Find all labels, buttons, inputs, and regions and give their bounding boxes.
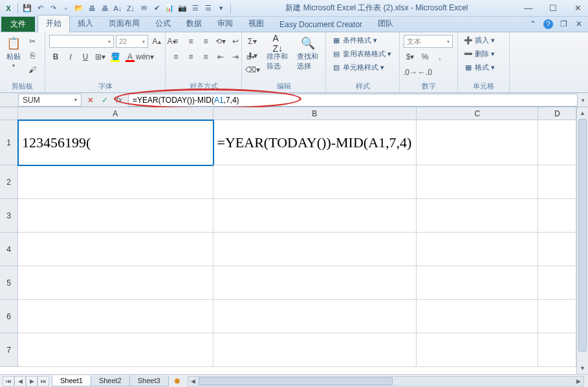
increase-decimal-icon[interactable]: .0→ — [404, 66, 417, 79]
conditional-format-button[interactable]: ▦条件格式▾ — [330, 35, 379, 46]
row-header-4[interactable]: 4 — [0, 233, 18, 266]
cell-styles-button[interactable]: ▨单元格样式▾ — [330, 62, 386, 73]
row-header-3[interactable]: 3 — [0, 199, 18, 233]
orientation-icon[interactable]: ⟲▾ — [214, 35, 227, 48]
excel-icon[interactable]: X — [3, 3, 14, 14]
cell-D3[interactable] — [538, 199, 576, 233]
increase-font-icon[interactable]: A▴ — [150, 35, 163, 48]
italic-button[interactable]: I — [64, 50, 77, 63]
scroll-right-icon[interactable]: ▶ — [573, 377, 583, 386]
row-header-6[interactable]: 6 — [0, 300, 18, 333]
sheet-nav-next-icon[interactable]: ▶ — [26, 376, 38, 386]
scroll-down-icon[interactable]: ▼ — [577, 362, 588, 374]
format-cells-button[interactable]: ▦格式▾ — [462, 62, 497, 73]
cell-A7[interactable] — [18, 333, 213, 367]
cell-B4[interactable] — [213, 233, 417, 266]
scroll-up-icon[interactable]: ▲ — [577, 107, 588, 119]
cell-B7[interactable] — [213, 333, 417, 367]
autosum-icon[interactable]: Σ▾ — [246, 35, 259, 48]
cell-C2[interactable] — [417, 165, 538, 199]
tab-easy-document-creator[interactable]: Easy Document Creator — [272, 17, 370, 32]
cancel-formula-icon[interactable]: ✕ — [85, 95, 96, 105]
tab-formulas[interactable]: 公式 — [147, 16, 179, 32]
dropdown-icon[interactable]: ▾ — [215, 3, 227, 14]
decrease-decimal-icon[interactable]: ←.0 — [419, 66, 431, 79]
wrap-text-icon[interactable]: ↩ — [229, 35, 242, 48]
save-icon[interactable]: 💾 — [21, 3, 33, 14]
fill-color-icon[interactable]: 🪣 — [109, 50, 122, 63]
cell-C4[interactable] — [417, 233, 538, 266]
close-button[interactable]: ✕ — [570, 3, 585, 14]
font-size-combo[interactable]: 22▾ — [116, 35, 148, 48]
sheet-nav-first-icon[interactable]: ⏮ — [3, 376, 14, 386]
name-box-dropdown-icon[interactable]: ▾ — [74, 97, 77, 103]
tab-review[interactable]: 审阅 — [210, 16, 241, 32]
tab-data[interactable]: 数据 — [179, 16, 210, 32]
vertical-scrollbar[interactable]: ▲ ▼ — [576, 107, 588, 374]
row-header-5[interactable]: 5 — [0, 266, 18, 300]
col-header-D[interactable]: D — [538, 107, 576, 120]
expand-formula-bar-icon[interactable]: ▾ — [578, 97, 588, 103]
delete-cells-button[interactable]: ➖删除▾ — [462, 48, 497, 59]
restore-window-icon[interactable]: ❐ — [558, 19, 569, 29]
sheet-nav-last-icon[interactable]: ⏭ — [38, 376, 49, 386]
format-as-table-button[interactable]: ▤套用表格格式▾ — [330, 48, 393, 59]
cell-B2[interactable] — [213, 165, 417, 199]
row-header-7[interactable]: 7 — [0, 333, 18, 367]
insert-function-icon[interactable]: fx — [114, 95, 124, 105]
cut-icon[interactable]: ✂ — [26, 35, 39, 48]
cell-A6[interactable] — [18, 300, 213, 333]
format-painter-icon[interactable]: 🖌 — [26, 63, 39, 76]
phonetic-icon[interactable]: wén▾ — [138, 50, 151, 63]
tab-file[interactable]: 文件 — [1, 17, 35, 32]
sheet-tab-1[interactable]: Sheet1 — [52, 375, 91, 386]
help-icon[interactable]: ? — [543, 19, 553, 29]
align-right-icon[interactable]: ≡ — [199, 50, 212, 63]
tab-home[interactable]: 开始 — [38, 15, 70, 32]
select-all-corner[interactable] — [0, 107, 18, 120]
align-bottom-icon[interactable]: ≡ — [199, 35, 212, 48]
close-workbook-icon[interactable]: ✕ — [574, 19, 584, 29]
tab-view[interactable]: 视图 — [241, 16, 272, 32]
percent-icon[interactable]: % — [419, 50, 431, 63]
cell-D6[interactable] — [538, 300, 576, 333]
increase-indent-icon[interactable]: ⇥ — [229, 50, 242, 63]
bold-button[interactable]: B — [49, 50, 62, 63]
col-header-A[interactable]: A — [18, 107, 213, 120]
decrease-indent-icon[interactable]: ⇤ — [214, 50, 227, 63]
row-header-1[interactable]: 1 — [0, 120, 18, 165]
cell-B6[interactable] — [213, 300, 417, 333]
cell-D2[interactable] — [538, 165, 576, 199]
spell-icon[interactable]: ✔ — [151, 3, 162, 14]
quick-print-icon[interactable]: 🖶 — [99, 3, 111, 14]
font-family-combo[interactable]: ▾ — [49, 35, 114, 48]
number-format-combo[interactable]: 文本▾ — [404, 35, 453, 48]
fill-icon[interactable]: ⬇▾ — [246, 49, 259, 62]
vertical-scroll-thumb[interactable] — [578, 119, 587, 351]
enter-formula-icon[interactable]: ✓ — [100, 95, 110, 105]
sort-filter-button[interactable]: AZ↓ 排序和筛选 — [264, 35, 292, 72]
underline-button[interactable]: U — [79, 50, 92, 63]
cell-C1[interactable] — [417, 120, 538, 165]
cell-B3[interactable] — [213, 199, 417, 233]
cell-A1[interactable]: 123456199( — [18, 120, 213, 165]
email-icon[interactable]: ✉ — [138, 3, 149, 14]
new-sheet-icon[interactable]: ✸ — [171, 376, 184, 386]
cell-C6[interactable] — [417, 300, 538, 333]
undo-icon[interactable]: ↶ — [34, 3, 46, 14]
align-center-icon[interactable]: ≡ — [184, 50, 197, 63]
cell-D5[interactable] — [538, 266, 576, 300]
tab-page-layout[interactable]: 页面布局 — [101, 16, 147, 32]
cell-A5[interactable] — [18, 266, 213, 300]
maximize-button[interactable]: ☐ — [545, 3, 561, 14]
row-header-2[interactable]: 2 — [0, 165, 18, 199]
currency-icon[interactable]: $▾ — [404, 50, 417, 63]
sheet-nav-prev-icon[interactable]: ◀ — [14, 376, 26, 386]
cell-B5[interactable] — [213, 266, 417, 300]
cell-D7[interactable] — [538, 333, 576, 367]
cell-C7[interactable] — [417, 333, 538, 367]
chart-icon[interactable]: 📊 — [164, 3, 175, 14]
cell-C3[interactable] — [417, 199, 538, 233]
cell-C5[interactable] — [417, 266, 538, 300]
new-icon[interactable]: ▫ — [60, 3, 72, 14]
